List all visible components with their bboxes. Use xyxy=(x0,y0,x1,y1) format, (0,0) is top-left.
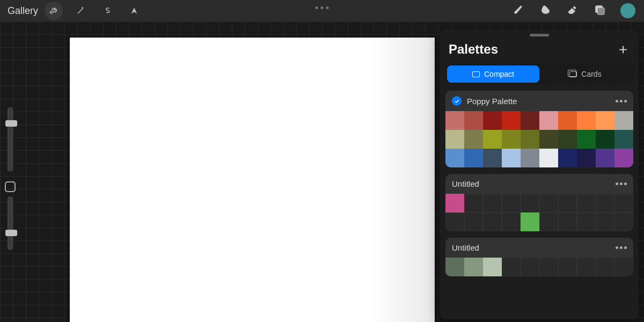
color-swatch[interactable] xyxy=(539,130,558,149)
empty-swatch[interactable] xyxy=(558,258,577,276)
adjustments-wand-button[interactable] xyxy=(71,2,90,20)
color-swatch[interactable] xyxy=(596,149,614,167)
palette-card: Untitled xyxy=(445,174,633,231)
empty-swatch[interactable] xyxy=(483,194,502,213)
color-swatch[interactable] xyxy=(558,111,577,130)
transform-arrow-button[interactable] xyxy=(125,2,143,20)
color-swatch[interactable] xyxy=(521,130,539,149)
cards-view-icon xyxy=(569,71,577,77)
color-swatch[interactable] xyxy=(521,149,539,167)
slider-thumb[interactable] xyxy=(5,120,17,127)
palette-more-button[interactable] xyxy=(616,246,627,249)
color-swatch[interactable] xyxy=(445,130,464,149)
empty-swatch[interactable] xyxy=(521,258,539,276)
add-palette-button[interactable]: ＋ xyxy=(616,40,630,58)
current-color-button[interactable] xyxy=(620,3,635,18)
color-swatch[interactable] xyxy=(539,149,558,167)
color-swatch[interactable] xyxy=(445,194,464,213)
swatch-grid xyxy=(445,194,633,231)
empty-swatch[interactable] xyxy=(596,194,614,213)
tab-cards[interactable]: Cards xyxy=(539,65,632,83)
color-swatch[interactable] xyxy=(614,130,633,149)
layers-icon xyxy=(594,4,605,16)
color-swatch[interactable] xyxy=(577,149,596,167)
eraser-icon xyxy=(567,4,579,16)
modify-menu-button[interactable] xyxy=(316,6,329,9)
color-swatch[interactable] xyxy=(483,149,502,167)
palette-name[interactable]: Untitled xyxy=(452,179,610,188)
palette-more-button[interactable] xyxy=(616,182,627,185)
color-swatch[interactable] xyxy=(445,111,464,130)
color-swatch[interactable] xyxy=(502,111,521,130)
empty-swatch[interactable] xyxy=(614,258,633,276)
layers-button[interactable] xyxy=(594,4,605,18)
view-mode-segmented: Compact Cards xyxy=(445,64,633,84)
panel-grabber[interactable] xyxy=(530,34,549,36)
top-toolbar: Gallery xyxy=(0,0,644,21)
canvas[interactable] xyxy=(70,38,435,322)
empty-swatch[interactable] xyxy=(539,213,558,231)
color-swatch[interactable] xyxy=(464,149,483,167)
empty-swatch[interactable] xyxy=(596,258,614,276)
color-swatch[interactable] xyxy=(521,213,539,231)
color-swatch[interactable] xyxy=(558,130,577,149)
color-swatch[interactable] xyxy=(577,111,596,130)
color-swatch[interactable] xyxy=(483,111,502,130)
color-swatch[interactable] xyxy=(445,149,464,167)
color-swatch[interactable] xyxy=(596,111,614,130)
color-swatch[interactable] xyxy=(596,130,614,149)
color-swatch[interactable] xyxy=(558,149,577,167)
color-swatch[interactable] xyxy=(464,130,483,149)
slider-thumb[interactable] xyxy=(5,230,17,236)
tab-compact[interactable]: Compact xyxy=(447,65,539,83)
brush-size-slider[interactable] xyxy=(8,107,13,172)
empty-swatch[interactable] xyxy=(483,213,502,231)
empty-swatch[interactable] xyxy=(502,258,521,276)
brush-tool-button[interactable] xyxy=(513,4,525,18)
default-check-icon xyxy=(452,96,462,106)
color-swatch[interactable] xyxy=(483,258,502,276)
empty-swatch[interactable] xyxy=(464,194,483,213)
empty-swatch[interactable] xyxy=(539,194,558,213)
color-swatch[interactable] xyxy=(521,111,539,130)
color-swatch[interactable] xyxy=(577,130,596,149)
wrench-icon xyxy=(49,6,58,16)
palette-name[interactable]: Untitled xyxy=(452,243,610,252)
selection-button[interactable] xyxy=(98,2,116,20)
color-swatch[interactable] xyxy=(502,149,521,167)
palette-card: Untitled xyxy=(445,238,633,276)
empty-swatch[interactable] xyxy=(558,213,577,231)
palette-name[interactable]: Poppy Palette xyxy=(467,97,610,106)
eraser-tool-button[interactable] xyxy=(567,4,579,18)
empty-swatch[interactable] xyxy=(558,194,577,213)
empty-swatch[interactable] xyxy=(502,213,521,231)
empty-swatch[interactable] xyxy=(539,258,558,276)
actions-wrench-button[interactable] xyxy=(45,2,63,20)
empty-swatch[interactable] xyxy=(596,213,614,231)
empty-swatch[interactable] xyxy=(521,194,539,213)
empty-swatch[interactable] xyxy=(577,194,596,213)
brush-opacity-slider[interactable] xyxy=(8,196,13,250)
color-swatch[interactable] xyxy=(445,258,464,276)
color-swatch[interactable] xyxy=(464,258,483,276)
selection-s-icon xyxy=(103,6,112,16)
color-swatch[interactable] xyxy=(464,111,483,130)
color-swatch[interactable] xyxy=(483,130,502,149)
modify-square-button[interactable] xyxy=(5,181,16,192)
palette-more-button[interactable] xyxy=(616,100,627,103)
color-swatch[interactable] xyxy=(539,111,558,130)
toolbar-right-group xyxy=(513,3,640,18)
color-swatch[interactable] xyxy=(614,111,633,130)
smudge-tool-button[interactable] xyxy=(540,4,552,18)
gallery-button[interactable]: Gallery xyxy=(8,5,38,17)
empty-swatch[interactable] xyxy=(614,194,633,213)
empty-swatch[interactable] xyxy=(614,213,633,231)
empty-swatch[interactable] xyxy=(445,213,464,231)
empty-swatch[interactable] xyxy=(502,194,521,213)
empty-swatch[interactable] xyxy=(577,213,596,231)
empty-swatch[interactable] xyxy=(464,213,483,231)
compact-view-icon xyxy=(472,71,480,77)
empty-swatch[interactable] xyxy=(577,258,596,276)
color-swatch[interactable] xyxy=(502,130,521,149)
color-swatch[interactable] xyxy=(614,149,633,167)
